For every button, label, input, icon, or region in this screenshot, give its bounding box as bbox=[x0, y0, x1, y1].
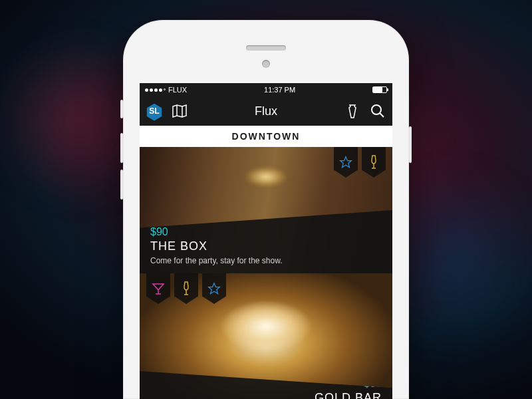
search-icon bbox=[370, 104, 385, 118]
venue-card[interactable]: $90 THE BOX Come for the party, stay for… bbox=[140, 147, 392, 273]
phone-power-button bbox=[409, 126, 412, 163]
battery-icon bbox=[372, 86, 387, 93]
phone-mute-switch bbox=[120, 100, 123, 118]
app-screen: FLUX 11:37 PM SL Flux bbox=[140, 83, 392, 399]
search-button[interactable] bbox=[370, 103, 386, 119]
champagne-icon bbox=[369, 155, 378, 170]
carrier-label: FLUX bbox=[168, 86, 187, 94]
clock: 11:37 PM bbox=[264, 86, 295, 94]
signal-dots-icon bbox=[145, 88, 166, 92]
phone-volume-down bbox=[120, 170, 123, 200]
status-bar: FLUX 11:37 PM bbox=[140, 83, 392, 96]
venue-name: THE BOX bbox=[150, 239, 382, 253]
martini-icon bbox=[152, 282, 165, 295]
nav-bar: SL Flux bbox=[140, 96, 392, 126]
venue-price: $90 bbox=[150, 226, 382, 238]
shaker-icon bbox=[347, 103, 358, 119]
champagne-badge[interactable] bbox=[174, 273, 198, 304]
svg-line-2 bbox=[380, 113, 384, 117]
star-icon bbox=[339, 156, 352, 169]
filter-button[interactable] bbox=[344, 103, 360, 119]
section-title: DOWNTOWN bbox=[232, 131, 301, 142]
map-button[interactable] bbox=[172, 103, 188, 119]
champagne-badge[interactable] bbox=[362, 147, 386, 178]
nav-title: Flux bbox=[255, 104, 277, 118]
venue-name: GOLD BAR bbox=[150, 391, 382, 399]
profile-badge-text: SL bbox=[149, 106, 159, 116]
venue-list[interactable]: $90 THE BOX Come for the party, stay for… bbox=[140, 147, 392, 399]
star-icon bbox=[207, 282, 221, 295]
section-header: DOWNTOWN bbox=[140, 126, 392, 147]
martini-badge[interactable] bbox=[146, 273, 170, 304]
svg-marker-3 bbox=[340, 157, 352, 168]
star-badge[interactable] bbox=[202, 273, 226, 304]
champagne-icon bbox=[182, 281, 191, 296]
venue-card[interactable]: $30 GOLD BAR bbox=[140, 273, 392, 399]
phone-frame: FLUX 11:37 PM SL Flux bbox=[123, 20, 409, 399]
svg-marker-4 bbox=[209, 283, 220, 294]
venue-tagline: Come for the party, stay for the show. bbox=[150, 256, 382, 265]
phone-volume-up bbox=[120, 133, 123, 163]
map-icon bbox=[172, 104, 188, 118]
star-badge[interactable] bbox=[334, 147, 358, 178]
venue-badges bbox=[146, 273, 226, 304]
profile-badge-button[interactable]: SL bbox=[146, 103, 162, 119]
svg-point-1 bbox=[372, 105, 381, 114]
venue-badges bbox=[334, 147, 386, 178]
